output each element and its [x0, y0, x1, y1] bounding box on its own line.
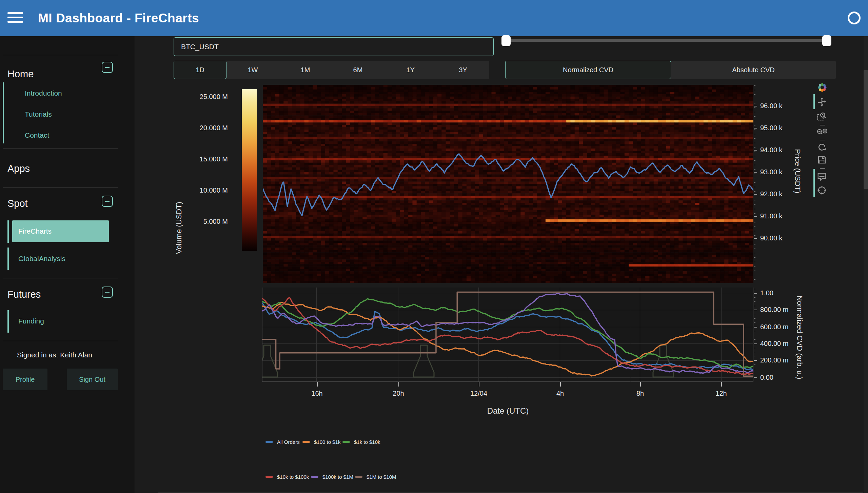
axis-tick: [754, 134, 755, 134]
modebar-separator: [820, 140, 825, 140]
axis-tick: [754, 364, 755, 365]
legend-swatch: [265, 441, 273, 443]
axis-tick: [754, 147, 755, 147]
timeframe-1m-button[interactable]: 1M: [279, 61, 332, 79]
legend-item-100k-1m[interactable]: $100k to $1M: [311, 474, 353, 480]
profile-button[interactable]: Profile: [3, 369, 47, 390]
divider: [3, 341, 118, 341]
cvd-axis-label: 400.00 m: [760, 340, 788, 348]
legend-swatch: [265, 476, 273, 478]
cvd-axis-label: 1.00: [760, 289, 773, 297]
legend-label: $10k to $100k: [277, 474, 309, 480]
sidebar-heading-futures: Futures: [7, 289, 41, 300]
timeframe-1w-button[interactable]: 1W: [226, 61, 279, 79]
range-slider-track[interactable]: [504, 39, 830, 42]
legend-item-1k-10k[interactable]: $1k to $10k: [342, 439, 380, 445]
sidebar-heading-spot: Spot: [7, 198, 28, 209]
axis-tick: [754, 331, 755, 331]
axis-tick: [398, 382, 399, 387]
axis-tick: [754, 169, 755, 170]
sign-out-button[interactable]: Sign Out: [67, 369, 118, 390]
axis-tick: [754, 130, 755, 130]
hamburger-menu-icon[interactable]: [7, 12, 23, 24]
axis-tick: [754, 235, 755, 236]
hover-tooltip-icon[interactable]: [816, 172, 829, 182]
x-axis-title: Date (UTC): [487, 406, 529, 416]
box-zoom-tool-icon[interactable]: [816, 111, 829, 121]
collapse-spot-button[interactable]: [102, 196, 113, 207]
axis-tick: [754, 94, 755, 95]
price-axis-label: 90.00 k: [760, 234, 783, 242]
axis-tick: [754, 187, 755, 187]
axis-tick: [754, 90, 755, 90]
legend-label: All Orders: [277, 439, 300, 445]
legend-swatch: [302, 441, 310, 443]
save-snapshot-icon[interactable]: [816, 155, 829, 165]
range-slider-handle-right[interactable]: [822, 35, 831, 46]
price-heatmap-canvas[interactable]: [263, 85, 753, 283]
absolute-cvd-button[interactable]: Absolute CVD: [671, 61, 836, 79]
axis-tick: [754, 85, 755, 86]
legend-label: $1M to $10M: [367, 474, 396, 480]
zoom-in-out-icons[interactable]: [816, 127, 829, 138]
timeframe-3y-button[interactable]: 3Y: [437, 61, 489, 79]
axis-tick: [754, 356, 755, 356]
cvd-line-canvas[interactable]: [262, 288, 753, 382]
legend-swatch: [311, 476, 318, 478]
timeframe-1d-button[interactable]: 1D: [174, 61, 226, 79]
colorbar-tick-label: 10.000 M: [200, 186, 228, 194]
pan-tool-icon[interactable]: [816, 97, 829, 107]
legend-item-10k-100k[interactable]: $10k to $100k: [265, 474, 309, 480]
axis-tick: [754, 301, 755, 302]
range-slider-handle-left[interactable]: [501, 35, 511, 46]
legend-swatch: [355, 476, 362, 478]
x-axis-label: 12h: [715, 390, 727, 397]
plotly-logo-icon[interactable]: [816, 82, 829, 93]
symbol-input[interactable]: [174, 37, 494, 56]
price-axis-label: 96.00 k: [760, 102, 783, 110]
legend-label: $100k to $1M: [322, 474, 353, 480]
timeframe-6m-button[interactable]: 6M: [332, 61, 384, 79]
sidebar-item-tutorials[interactable]: Tutorials: [25, 110, 52, 118]
x-axis-label: 20h: [393, 390, 404, 397]
axis-tick: [754, 218, 755, 218]
colorbar-tick-label: 5.000 M: [203, 218, 228, 225]
axis-tick: [754, 150, 757, 151]
timeframe-1y-button[interactable]: 1Y: [384, 61, 437, 79]
sidebar-item-firecharts[interactable]: FireCharts: [12, 220, 109, 242]
signed-in-text: Signed in as: Keith Alan: [17, 351, 92, 359]
axis-tick: [754, 128, 757, 129]
axis-tick: [754, 275, 755, 275]
sidebar-item-funding[interactable]: Funding: [18, 317, 44, 325]
autoscale-refresh-icon[interactable]: [816, 142, 829, 153]
legend-item-1m-10m[interactable]: $1M to $10M: [355, 474, 396, 480]
minus-icon: [105, 292, 110, 293]
sidebar-item-introduction[interactable]: Introduction: [25, 89, 62, 97]
axis-tick: [754, 257, 755, 258]
app-header: MI Dashboard - FireCharts: [0, 0, 868, 36]
page-title: MI Dashboard - FireCharts: [38, 0, 199, 36]
scrollbar-thumb[interactable]: [864, 70, 868, 189]
sidebar-item-contact[interactable]: Contact: [25, 131, 49, 139]
axis-tick: [754, 297, 755, 298]
legend-item-all-orders[interactable]: All Orders: [265, 439, 300, 445]
axis-tick: [754, 152, 755, 152]
legend-swatch: [342, 441, 350, 443]
colorbar-tick-label: 25.000 M: [200, 93, 228, 101]
axis-tick: [754, 178, 755, 178]
axis-tick: [754, 204, 755, 205]
home-link-group: Introduction Tutorials Contact: [3, 82, 4, 143]
axis-tick: [754, 191, 755, 192]
legend-item-100-1k[interactable]: $100 to $1k: [302, 439, 340, 445]
price-axis-label: 92.00 k: [760, 190, 783, 198]
collapse-futures-button[interactable]: [102, 287, 113, 298]
price-axis-title: Price (USDT): [793, 149, 802, 194]
spikelines-crosshair-icon[interactable]: [816, 185, 829, 195]
axis-tick: [754, 314, 755, 314]
cvd-mode-toggle: Normalized CVD Absolute CVD: [505, 61, 836, 79]
collapse-home-button[interactable]: [102, 62, 113, 73]
sidebar-item-globalanalysis[interactable]: GlobalAnalysis: [18, 255, 65, 263]
normalized-cvd-button[interactable]: Normalized CVD: [505, 61, 671, 79]
axis-tick: [754, 200, 755, 200]
cvd-axis-title: Normalized CVD (arb. u.): [795, 296, 804, 379]
